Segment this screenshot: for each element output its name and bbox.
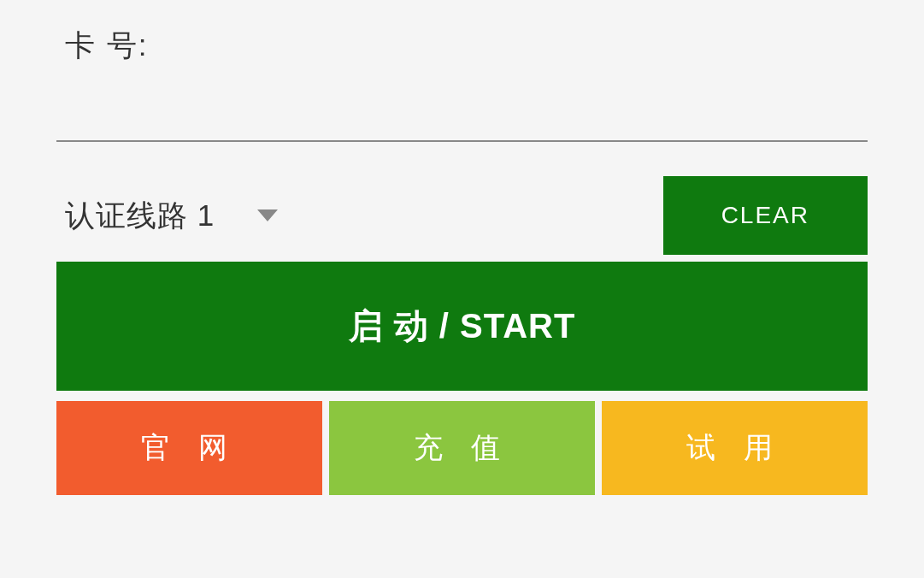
start-button[interactable]: 启 动 / START xyxy=(56,262,868,391)
auth-line-select[interactable]: 认证线路 1 xyxy=(56,176,663,255)
auth-line-selected-text: 认证线路 1 xyxy=(65,196,215,236)
card-number-label: 卡 号: xyxy=(65,26,868,66)
main-container: 卡 号: 认证线路 1 CLEAR 启 动 / START 官 网 充 值 试 … xyxy=(0,0,924,495)
trial-button[interactable]: 试 用 xyxy=(602,401,868,495)
caret-down-icon xyxy=(257,209,278,221)
auth-row: 认证线路 1 CLEAR xyxy=(56,176,868,255)
bottom-row: 官 网 充 值 试 用 xyxy=(56,401,868,495)
clear-button[interactable]: CLEAR xyxy=(663,176,868,255)
card-number-input[interactable] xyxy=(56,73,868,142)
website-button[interactable]: 官 网 xyxy=(56,401,322,495)
recharge-button[interactable]: 充 值 xyxy=(329,401,595,495)
